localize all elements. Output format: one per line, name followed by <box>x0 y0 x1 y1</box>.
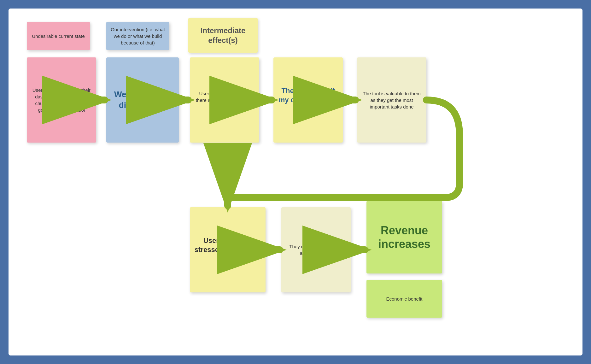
canvas: Undesirable current state Our interventi… <box>9 9 582 355</box>
arrows-svg <box>9 9 582 355</box>
